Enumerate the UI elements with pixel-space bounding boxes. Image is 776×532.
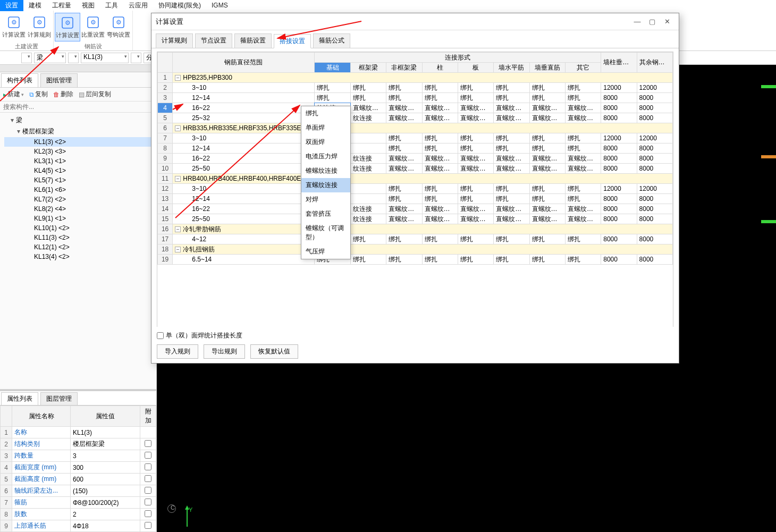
tree-item[interactable]: KL3(1) <1> xyxy=(4,156,152,166)
row-index[interactable]: 16 xyxy=(158,224,173,234)
conn-cell[interactable]: 直螺纹连接 xyxy=(529,103,565,113)
menu-item[interactable]: 协同建模(限免) xyxy=(153,0,206,11)
conn-cell[interactable]: 绑扎 xyxy=(494,143,529,154)
minimize-icon[interactable]: — xyxy=(630,18,645,26)
menu-item[interactable]: 建模 xyxy=(23,0,47,11)
tree-item[interactable]: KL5(7) <1> xyxy=(4,175,152,185)
ribbon-button[interactable]: ⚙计算设置 xyxy=(1,13,27,41)
prop-addl[interactable] xyxy=(140,474,156,485)
prop-addl[interactable] xyxy=(140,520,156,532)
conn-cell[interactable]: 纹连接 xyxy=(350,164,386,174)
conn-cell[interactable]: 直螺纹连接 xyxy=(458,154,493,164)
conn-cell[interactable]: 8000 xyxy=(637,234,672,244)
tree-item[interactable]: KL1(3) <2> xyxy=(4,137,152,147)
prop-value[interactable]: Φ8@100/200(2) xyxy=(71,497,140,509)
conn-cell[interactable]: 直螺纹连接 xyxy=(386,154,422,164)
conn-cell[interactable]: 绑扎 xyxy=(494,93,529,103)
tree-item[interactable]: KL2(3) <3> xyxy=(4,147,152,156)
conn-cell[interactable]: 绑扎 xyxy=(565,133,601,143)
weld-stat-checkbox[interactable] xyxy=(157,332,164,339)
row-index[interactable]: 2 xyxy=(158,83,173,93)
conn-cell[interactable]: 直螺纹连接 xyxy=(386,113,422,123)
row-index[interactable]: 8 xyxy=(158,143,173,154)
row-index[interactable]: 14 xyxy=(158,204,173,214)
conn-cell[interactable]: 绑扎 xyxy=(565,143,601,154)
row-index[interactable]: 12 xyxy=(158,184,173,194)
conn-cell[interactable]: 纹连接 xyxy=(350,214,386,224)
conn-cell[interactable] xyxy=(350,184,386,194)
conn-cell[interactable]: 8000 xyxy=(637,113,672,123)
conn-cell[interactable]: 纹连接 xyxy=(350,113,386,123)
tree-group[interactable]: ▾楼层框架梁 xyxy=(4,126,152,137)
conn-cell[interactable]: 绑扎 xyxy=(565,255,601,265)
conn-cell[interactable]: 8000 xyxy=(601,143,637,154)
conn-cell[interactable]: 8000 xyxy=(637,214,672,224)
connection-type-dropdown[interactable]: 绑扎单面焊双面焊电渣压力焊锥螺纹连接直螺纹连接对焊套管挤压锥螺纹（可调型）气压焊 xyxy=(301,106,351,259)
conn-cell[interactable]: 直螺纹连接 xyxy=(386,204,422,214)
tree-item[interactable]: KL9(1) <1> xyxy=(4,214,152,223)
range-cell[interactable]: 12~14 xyxy=(173,194,315,204)
conn-cell[interactable]: 绑扎 xyxy=(350,255,386,265)
conn-cell[interactable]: 8000 xyxy=(601,164,637,174)
prop-addl[interactable] xyxy=(140,438,156,450)
conn-cell[interactable]: 8000 xyxy=(601,255,637,265)
conn-cell[interactable]: 8000 xyxy=(601,214,637,224)
tree-root[interactable]: ▾梁 xyxy=(4,115,152,126)
collapse-icon[interactable]: − xyxy=(175,226,181,232)
menu-item[interactable]: 设置 xyxy=(0,0,23,11)
range-cell[interactable]: 6.5~14 xyxy=(173,255,315,265)
prop-value[interactable]: 楼层框架梁 xyxy=(71,438,140,450)
conn-cell[interactable]: 绑扎 xyxy=(386,234,422,244)
combo-empty-2[interactable] xyxy=(68,53,79,63)
conn-cell[interactable] xyxy=(350,133,386,143)
conn-cell[interactable]: 12000 xyxy=(601,83,637,93)
conn-cell[interactable]: 绑扎 xyxy=(386,143,422,154)
conn-cell[interactable]: 直螺纹连接 xyxy=(458,214,493,224)
row-index[interactable]: 1 xyxy=(158,73,173,83)
conn-cell[interactable]: 直螺纹连接 xyxy=(386,103,422,113)
tree-item[interactable]: KL4(5) <1> xyxy=(4,166,152,175)
conn-cell[interactable]: 直螺纹连接 xyxy=(529,154,565,164)
combo-empty[interactable] xyxy=(21,53,32,63)
tree-item[interactable]: KL10(1) <2> xyxy=(4,223,152,233)
collapse-icon[interactable]: − xyxy=(175,75,181,81)
member-tree[interactable]: ▾梁▾楼层框架梁KL1(3) <2>KL2(3) <3>KL3(1) <1>KL… xyxy=(0,113,156,389)
collapse-icon[interactable]: − xyxy=(175,176,181,182)
col-sub-header[interactable]: 基础 xyxy=(315,63,350,73)
menu-item[interactable]: 视图 xyxy=(77,0,100,11)
conn-cell[interactable]: 直螺纹连接 xyxy=(565,103,601,113)
row-index[interactable]: 5 xyxy=(158,113,173,123)
conn-cell[interactable]: 绑扎 xyxy=(529,143,565,154)
conn-cell[interactable]: 8000 xyxy=(601,113,637,123)
conn-cell[interactable]: 绑扎 xyxy=(458,93,493,103)
conn-cell[interactable]: 直螺纹连接 xyxy=(494,113,529,123)
conn-cell[interactable]: 直螺纹连接 xyxy=(565,154,601,164)
dropdown-item[interactable]: 对焊 xyxy=(301,192,350,207)
col-sub-header[interactable]: 墙水平筋 xyxy=(494,63,529,73)
conn-cell[interactable]: 绑扎 xyxy=(458,143,493,154)
conn-cell[interactable]: 绑扎 xyxy=(494,234,529,244)
left-tab[interactable]: 图纸管理 xyxy=(40,73,78,87)
dropdown-item[interactable]: 直螺纹连接 xyxy=(301,178,350,192)
conn-cell[interactable]: 纹连接 xyxy=(350,204,386,214)
combo-empty-3[interactable] xyxy=(131,53,141,63)
conn-cell[interactable] xyxy=(350,194,386,204)
conn-cell[interactable]: 绑扎 xyxy=(422,255,458,265)
conn-cell[interactable]: 绑扎 xyxy=(386,184,422,194)
range-cell[interactable]: 25~50 xyxy=(173,164,315,174)
conn-cell[interactable]: 绑扎 xyxy=(386,133,422,143)
reset-defaults-button[interactable]: 恢复默认值 xyxy=(250,344,298,359)
combo-category[interactable]: 梁 xyxy=(34,53,66,63)
prop-value[interactable]: 2 xyxy=(71,509,140,520)
conn-cell[interactable]: 绑扎 xyxy=(422,194,458,204)
combo-member[interactable]: KL1(3) xyxy=(81,53,129,63)
conn-cell[interactable]: 绑扎 xyxy=(529,255,565,265)
conn-cell[interactable]: 绑扎 xyxy=(529,194,565,204)
dialog-tab[interactable]: 箍筋设置 xyxy=(234,33,272,48)
conn-cell[interactable]: 直螺纹连接 xyxy=(565,204,601,214)
dropdown-item[interactable]: 套管挤压 xyxy=(301,207,350,221)
conn-cell[interactable]: 8000 xyxy=(637,154,672,164)
conn-cell[interactable]: 8000 xyxy=(637,194,672,204)
export-rules-button[interactable]: 导出规则 xyxy=(204,344,245,359)
range-cell[interactable]: 3~10 xyxy=(173,133,315,143)
